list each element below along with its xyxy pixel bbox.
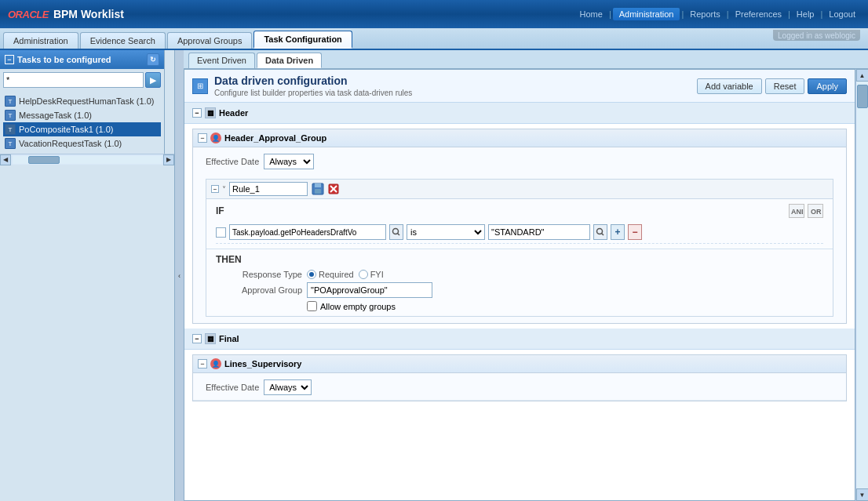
tab-event-driven[interactable]: Event Driven: [188, 53, 255, 68]
group-title: Header_Approval_Group: [224, 133, 326, 143]
lines-supervisory-header: − 👤 Lines_Supervisory: [193, 355, 846, 373]
svg-rect-1: [315, 183, 321, 187]
svg-rect-2: [315, 189, 321, 194]
sidebar-refresh-btn[interactable]: ↻: [147, 53, 159, 66]
group-toggle[interactable]: −: [198, 133, 207, 143]
scroll-down-arrow[interactable]: ▼: [856, 488, 869, 501]
sidebar-header-collapse[interactable]: −: [5, 55, 14, 64]
condition-field-search[interactable]: [389, 224, 403, 240]
scroll-right-arrow[interactable]: ▶: [163, 154, 174, 165]
approval-group-label: Approval Group: [216, 285, 302, 295]
rule-save-icon[interactable]: [311, 182, 325, 196]
search-button[interactable]: ▶: [145, 72, 161, 88]
condition-operator[interactable]: is is not contains starts with: [407, 224, 485, 240]
dd-title-area: ⊞ Data driven configuration Configure li…: [192, 74, 412, 97]
sidebar-horizontal-scrollbar[interactable]: ◀ ▶: [0, 154, 174, 165]
scroll-up-arrow[interactable]: ▲: [856, 69, 869, 82]
and-condition-icon[interactable]: AND: [789, 204, 804, 218]
svg-text:AND: AND: [791, 208, 803, 216]
search-input[interactable]: [3, 72, 144, 88]
response-type-label: Response Type: [216, 270, 302, 279]
list-item[interactable]: T MessageTask (1.0): [3, 108, 161, 122]
if-section: IF AND OR: [206, 199, 833, 249]
condition-value[interactable]: [488, 224, 590, 240]
effective-date-row: Effective Date Always Custom: [193, 147, 846, 176]
lines-group-icon: 👤: [210, 358, 221, 369]
list-item[interactable]: T HelpDeskRequestHumanTask (1.0): [3, 94, 161, 108]
vertical-scrollbar[interactable]: ▲ ▼: [855, 69, 868, 501]
final-toggle[interactable]: −: [192, 334, 202, 343]
fyi-label: FYI: [370, 270, 384, 279]
list-item-selected[interactable]: T PoCompositeTask1 (1.0): [3, 122, 161, 136]
approval-group-input[interactable]: [307, 282, 432, 298]
svg-point-10: [597, 229, 603, 234]
condition-checkbox[interactable]: [216, 227, 226, 238]
scroll-thumb[interactable]: [28, 156, 60, 164]
task-icon: T: [5, 138, 16, 149]
effective-date-select[interactable]: Always Custom: [264, 154, 314, 169]
nav-home[interactable]: Home: [575, 9, 607, 19]
sidebar-collapse-handle[interactable]: ‹: [174, 50, 184, 501]
condition-field[interactable]: [229, 224, 386, 240]
response-required-radio[interactable]: Required: [307, 270, 354, 279]
required-radio-btn[interactable]: [307, 270, 316, 279]
app-title: BPM Worklist: [53, 8, 124, 20]
task-label: VacationRequestTask (1.0): [19, 139, 122, 148]
top-header: ORACLE BPM Worklist Home | Administratio…: [0, 0, 868, 28]
main-tab-bar: Administration Evidence Search Approval …: [0, 28, 868, 50]
data-driven-content: ⊞ Data driven configuration Configure li…: [184, 69, 855, 501]
lines-eff-date-label: Effective Date: [206, 383, 259, 392]
svg-line-11: [602, 234, 604, 236]
header-toggle[interactable]: −: [192, 108, 202, 118]
nav-preferences[interactable]: Preferences: [731, 9, 786, 19]
scroll-thumb[interactable]: [857, 85, 868, 108]
task-icon: T: [5, 110, 16, 121]
rule-header: − ˅: [206, 180, 833, 199]
header-approval-group-block: − 👤 Header_Approval_Group Effective Date…: [192, 129, 847, 324]
if-label: IF AND OR: [216, 204, 823, 218]
tab-data-driven[interactable]: Data Driven: [257, 53, 322, 68]
search-bar: ▶: [0, 69, 164, 91]
lines-group-title: Lines_Supervisory: [224, 359, 301, 368]
scroll-track: [13, 156, 162, 164]
condition-add-button[interactable]: +: [611, 224, 625, 240]
rule-delete-icon[interactable]: [326, 182, 341, 196]
rule-toggle[interactable]: −: [211, 185, 219, 193]
header-section-header: − ▦ Header: [184, 103, 855, 124]
rule-name-input[interactable]: [229, 182, 308, 196]
sidebar-title: Tasks to be configured: [17, 55, 111, 64]
dd-buttons: Add variable Reset Apply: [697, 78, 847, 94]
task-icon: T: [5, 96, 16, 107]
scroll-left-arrow[interactable]: ◀: [0, 154, 11, 165]
task-label: PoCompositeTask1 (1.0): [19, 125, 113, 134]
nav-logout[interactable]: Logout: [824, 9, 860, 19]
reset-button[interactable]: Reset: [765, 78, 805, 94]
svg-point-8: [393, 229, 399, 234]
or-condition-icon[interactable]: OR: [808, 204, 823, 218]
lines-eff-date-row: Effective Date Always: [193, 373, 846, 401]
condition-value-search[interactable]: [593, 224, 607, 240]
lines-toggle[interactable]: −: [198, 359, 207, 368]
top-nav: Home | Administration | Reports | Prefer…: [575, 0, 860, 28]
lines-eff-date-select[interactable]: Always: [264, 379, 312, 395]
list-item[interactable]: T VacationRequestTask (1.0): [3, 136, 161, 151]
content-tab-bar: Event Driven Data Driven: [184, 50, 868, 69]
condition-remove-button[interactable]: −: [628, 224, 642, 240]
apply-button[interactable]: Apply: [808, 78, 847, 94]
nav-reports[interactable]: Reports: [685, 9, 725, 19]
allow-empty-row: Allow empty groups: [307, 301, 823, 311]
fyi-radio-btn[interactable]: [359, 270, 368, 279]
tab-task-configuration[interactable]: Task Configuration: [253, 31, 352, 49]
then-label: THEN: [216, 254, 823, 265]
allow-empty-checkbox[interactable]: [307, 301, 317, 311]
nav-help[interactable]: Help: [792, 9, 819, 19]
tab-administration[interactable]: Administration: [3, 32, 78, 49]
allow-empty-label: Allow empty groups: [320, 302, 396, 311]
tab-approval-groups[interactable]: Approval Groups: [167, 32, 253, 49]
response-fyi-radio[interactable]: FYI: [359, 270, 384, 279]
nav-administration[interactable]: Administration: [613, 8, 680, 20]
rule-collapse-icon[interactable]: ˅: [222, 185, 226, 194]
tab-evidence-search[interactable]: Evidence Search: [80, 32, 166, 49]
add-variable-button[interactable]: Add variable: [697, 78, 762, 94]
sidebar-tree: T HelpDeskRequestHumanTask (1.0) T Messa…: [0, 91, 164, 154]
